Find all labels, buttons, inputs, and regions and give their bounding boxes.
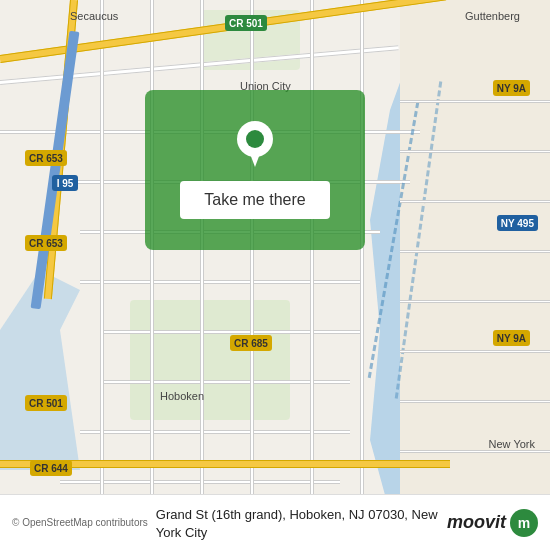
ny-road-1 [400, 100, 550, 103]
badge-ny495: NY 495 [497, 215, 538, 231]
copyright-text: © OpenStreetMap contributors [12, 517, 148, 528]
badge-ny9a-top: NY 9A [493, 80, 530, 96]
badge-cr501-top: CR 501 [225, 15, 267, 31]
ny-road-5 [400, 300, 550, 303]
svg-point-1 [246, 130, 264, 148]
ny-road-3 [400, 200, 550, 203]
take-me-there-button[interactable]: Take me there [180, 181, 329, 219]
badge-cr653-bot: CR 653 [25, 235, 67, 251]
map-container: Secaucus Guttenberg Union City Hoboken N… [0, 0, 550, 550]
badge-cr644: CR 644 [30, 460, 72, 476]
road-h6 [100, 330, 360, 334]
ny-road-2 [400, 150, 550, 153]
badge-cr685: CR 685 [230, 335, 272, 351]
location-pin [235, 121, 275, 169]
location-highlight: Take me there [145, 90, 365, 250]
bottom-bar: © OpenStreetMap contributors Grand St (1… [0, 494, 550, 550]
ny-road-6 [400, 350, 550, 353]
badge-cr501-bot: CR 501 [25, 395, 67, 411]
location-label: Grand St (16th grand), Hoboken, NJ 07030… [156, 507, 438, 540]
ny-road-8 [400, 450, 550, 453]
badge-cr653-top: CR 653 [25, 150, 67, 166]
ny-road-7 [400, 400, 550, 403]
moovit-logo: moovit m [447, 509, 538, 537]
svg-marker-2 [249, 151, 261, 167]
road-h5 [80, 280, 360, 284]
moovit-icon: m [510, 509, 538, 537]
park-area-1 [130, 300, 290, 420]
bottom-left-section: © OpenStreetMap contributors [12, 517, 148, 528]
ny-road-4 [400, 250, 550, 253]
badge-i95: I 95 [52, 175, 78, 191]
badge-ny9a-bot: NY 9A [493, 330, 530, 346]
moovit-brand-text: moovit [447, 512, 506, 533]
